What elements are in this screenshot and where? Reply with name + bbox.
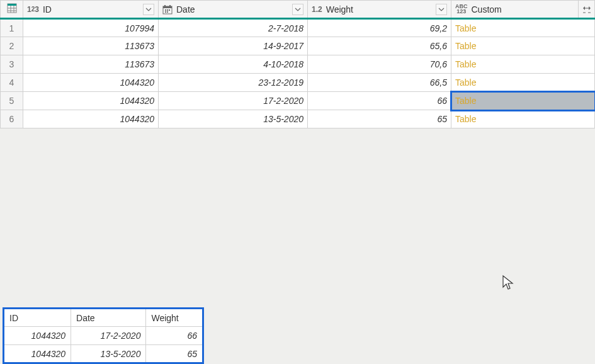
filter-button-date[interactable]	[292, 4, 303, 15]
cell-custom[interactable]: Table	[451, 110, 595, 128]
row-number-cell[interactable]: 6	[1, 110, 23, 128]
detail-cell-weight[interactable]: 65	[146, 345, 203, 363]
detail-row[interactable]: 104432017-2-202066	[4, 327, 203, 345]
svg-rect-11	[167, 9, 168, 11]
cell-date[interactable]: 14-9-2017	[159, 37, 308, 55]
cell-id[interactable]: 107994	[23, 19, 159, 37]
detail-cell-weight[interactable]: 66	[146, 327, 203, 345]
cell-weight[interactable]: 70,6	[308, 55, 451, 74]
row-number-cell[interactable]: 1	[1, 19, 23, 37]
cell-weight[interactable]: 66,5	[308, 74, 451, 92]
table-row[interactable]: 4104432023-12-201966,5Table	[1, 74, 595, 92]
column-header-weight[interactable]: 1.2 Weight	[308, 1, 451, 19]
detail-header-date[interactable]: Date	[71, 309, 146, 327]
table-row[interactable]: 6104432013-5-202065Table	[1, 110, 595, 128]
cell-weight[interactable]: 69,2	[308, 19, 451, 37]
any-type-icon: ABC123	[455, 4, 468, 14]
expand-column-button[interactable]	[578, 1, 594, 18]
row-number-cell[interactable]: 4	[1, 74, 23, 92]
cell-id[interactable]: 113673	[23, 55, 159, 74]
svg-rect-10	[165, 9, 166, 11]
svg-rect-14	[167, 11, 168, 13]
svg-rect-13	[165, 11, 166, 13]
row-number-cell[interactable]: 2	[1, 37, 23, 55]
column-label-custom: Custom	[472, 4, 502, 14]
cell-id[interactable]: 1044320	[23, 92, 159, 110]
cell-id[interactable]: 1044320	[23, 110, 159, 128]
row-number-cell[interactable]: 3	[1, 55, 23, 74]
detail-header-id[interactable]: ID	[4, 309, 71, 327]
cell-date[interactable]: 4-10-2018	[159, 55, 308, 74]
cell-id[interactable]: 1044320	[23, 74, 159, 92]
filter-button-weight[interactable]	[436, 4, 447, 15]
column-label-weight: Weight	[326, 4, 353, 14]
cell-custom[interactable]: Table	[451, 37, 595, 55]
table-row[interactable]: 5104432017-2-202066Table	[1, 92, 595, 110]
row-number-cell[interactable]: 5	[1, 92, 23, 110]
cell-date[interactable]: 2-7-2018	[159, 19, 308, 37]
cell-custom[interactable]: Table	[451, 74, 595, 92]
detail-cell-date[interactable]: 17-2-2020	[71, 327, 146, 345]
detail-cell-id[interactable]: 1044320	[4, 345, 71, 363]
svg-rect-1	[8, 4, 16, 6]
table-icon	[7, 3, 17, 13]
svg-rect-12	[169, 9, 170, 11]
table-row[interactable]: 31136734-10-201870,6Table	[1, 55, 595, 74]
cell-date[interactable]: 17-2-2020	[159, 92, 308, 110]
decimal-type-icon: 1.2	[312, 5, 322, 14]
cell-weight[interactable]: 65	[308, 110, 451, 128]
cell-custom[interactable]: Table	[451, 55, 595, 74]
cell-weight[interactable]: 65,6	[308, 37, 451, 55]
column-label-date: Date	[176, 4, 195, 14]
cell-weight[interactable]: 66	[308, 92, 451, 110]
table-select-header[interactable]	[1, 1, 23, 19]
svg-rect-9	[169, 5, 171, 7]
data-table: 123 ID	[0, 0, 595, 128]
detail-cell-date[interactable]: 13-5-2020	[71, 345, 146, 363]
detail-preview-table: ID Date Weight 104432017-2-2020661044320…	[3, 307, 204, 364]
svg-rect-8	[164, 5, 166, 7]
cell-custom[interactable]: Table	[451, 92, 595, 110]
detail-header-weight[interactable]: Weight	[146, 309, 203, 327]
cell-id[interactable]: 113673	[23, 37, 159, 55]
cell-date[interactable]: 13-5-2020	[159, 110, 308, 128]
number-type-icon: 123	[27, 5, 39, 14]
date-type-icon	[162, 4, 173, 14]
detail-cell-id[interactable]: 1044320	[4, 327, 71, 345]
column-label-id: ID	[43, 4, 52, 14]
column-header-custom[interactable]: ABC123 Custom	[451, 1, 595, 19]
column-header-id[interactable]: 123 ID	[23, 1, 159, 19]
cell-custom[interactable]: Table	[451, 19, 595, 37]
detail-row[interactable]: 104432013-5-202065	[4, 345, 203, 363]
filter-button-id[interactable]	[143, 4, 154, 15]
cell-date[interactable]: 23-12-2019	[159, 74, 308, 92]
table-row[interactable]: 11079942-7-201869,2Table	[1, 19, 595, 37]
detail-header-row: ID Date Weight	[4, 309, 203, 327]
table-header-row: 123 ID	[1, 1, 595, 19]
column-header-date[interactable]: Date	[159, 1, 308, 19]
table-row[interactable]: 211367314-9-201765,6Table	[1, 37, 595, 55]
